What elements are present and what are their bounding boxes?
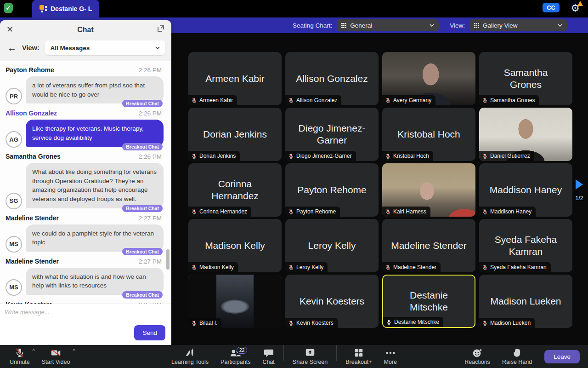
mic-muted-icon [288,98,294,104]
participant-name-label: Madeline Stender [382,262,441,272]
seating-chart-dropdown[interactable]: General [337,19,439,31]
chat-header: ✕ Chat ← View: All Messages [0,20,171,61]
message-sender: Payton Rehome [6,66,54,74]
chat-message: Allison Gonzalez2:26 PMAGLike therapy fo… [0,106,171,150]
participant-name-label: Corinna Hernandez [188,207,251,217]
reactions-button[interactable]: Reactions [458,345,496,368]
participant-tile[interactable]: Kevin KoestersKevin Koesters [285,275,379,328]
raise-hand-icon [512,348,522,358]
message-bubble: we could do a pamphlet style for the vet… [26,224,164,252]
participant-tile[interactable]: Avery Germany [382,52,475,105]
mic-muted-icon [482,264,488,270]
mic-muted-icon [482,98,488,104]
participant-tile[interactable]: Kristobal HochKristobal Hoch [382,108,475,161]
participant-name-label: Daniel Gutierrez [479,151,534,161]
leave-button[interactable]: Leave [544,350,580,363]
participant-tile[interactable]: Allison GonzalezAllison Gonzalez [285,52,379,105]
share-screen-button[interactable]: Share Screen [287,345,334,368]
settings-gear-icon[interactable]: ⚙ [569,2,582,15]
mic-muted-icon [191,264,197,270]
avatar: SG [6,193,22,209]
chat-input-area: Send [0,304,171,345]
chevron-down-icon [558,23,562,28]
message-time: 2:27 PM [139,258,162,265]
chat-button[interactable]: Chat [256,345,280,368]
close-icon[interactable]: ✕ [6,25,13,34]
participant-tile[interactable]: Armeen KabirArmeen Kabir [188,52,282,105]
alert-badge-icon [577,1,583,6]
more-button[interactable]: More [378,345,403,368]
mic-options-caret[interactable]: ^ [33,348,35,353]
video-options-caret[interactable]: ^ [73,348,75,353]
back-arrow-icon[interactable]: ← [7,43,17,53]
apps-grid-icon [40,5,47,12]
participant-name-label: Madison Lueken [479,318,535,328]
participant-name-label: Payton Rehome [285,207,340,217]
breakout-chat-badge: Breakout Chat [122,291,163,299]
participant-name-label: Kristobal Hoch [382,151,433,161]
participant-name-label: Armeen Kabir [188,95,237,105]
chat-message: Payton Rehome2:26 PMPRa lot of veterans … [0,63,171,106]
unmute-button[interactable]: ^ Unmute [4,345,36,368]
breakout-button[interactable]: Breakout+ [339,345,378,368]
participant-tile[interactable]: Dorian JenkinsDorian Jenkins [188,108,282,161]
send-button[interactable]: Send [134,325,165,340]
participant-tile[interactable]: Syeda Fakeha KamranSyeda Fakeha Kamran [479,219,572,272]
participant-name-label: Dorian Jenkins [188,151,240,161]
breakout-grid-icon [354,348,364,358]
mic-muted-icon [191,98,197,104]
chat-view-label: View: [22,44,40,52]
window-tab-bar: ✓ Destanie G- L CC ⚙ [0,0,588,17]
avatar: PR [6,88,22,104]
mic-on-icon [386,319,392,325]
participant-tile[interactable]: Samantha GronesSamantha Grones [479,52,572,105]
message-time: 2:26 PM [139,110,162,117]
participants-button[interactable]: 22 Participants [215,345,256,368]
participant-tile[interactable]: Corinna HernandezCorinna Hernandez [188,163,282,217]
participant-tile[interactable]: Madison KellyMadison Kelly [188,219,282,272]
chat-panel: ✕ Chat ← View: All Messages Payton Rehom… [0,20,171,345]
participant-tile[interactable]: Leroy KellyLeroy Kelly [285,219,379,272]
participant-tile[interactable]: Diego Jimenez-GarnerDiego Jimenez-Garner [285,108,379,161]
message-time: 2:26 PM [139,153,162,160]
raise-hand-button[interactable]: Raise Hand [496,345,538,368]
mic-muted-icon [288,153,294,159]
camera-off-icon [51,348,62,358]
mic-muted-icon [288,320,294,326]
message-time: 2:26 PM [139,67,162,74]
participant-name-label: Bilaal I. [188,318,221,328]
chat-message-list: Payton Rehome2:26 PMPRa lot of veterans … [0,61,171,304]
chevron-down-icon [430,23,434,28]
participant-tile[interactable]: Madison LuekenMadison Lueken [479,275,572,328]
popout-icon[interactable] [157,25,164,34]
participant-tile[interactable]: Maddison HaneyMaddison Haney [479,163,572,217]
more-dots-icon [385,348,396,358]
message-bubble: What about like doing something for vete… [26,163,164,208]
participant-name-label: Avery Germany [382,95,435,105]
participant-name-label: Destanie Mitschke [383,317,443,327]
learning-tools-icon [185,348,196,358]
view-dropdown[interactable]: Gallery View [469,19,567,31]
next-page-button[interactable] [576,179,583,190]
participant-tile[interactable]: Daniel Gutierrez [479,108,572,161]
chat-scrollbar[interactable] [166,249,170,270]
video-gallery: Armeen KabirArmeen KabirAllison Gonzalez… [171,33,588,345]
closed-captions-button[interactable]: CC [543,3,560,12]
start-video-button[interactable]: ^ Start Video [36,345,76,368]
avatar: MS [6,236,22,253]
chat-message: Madeline Stender2:27 PMMSwe could do a p… [0,211,171,254]
mic-muted-icon [385,153,391,159]
participant-tile[interactable]: Destanie MitschkeDestanie Mitschke [382,275,475,328]
participant-tile[interactable]: Kairi Harness [382,163,475,217]
participant-name-label: Samantha Grones [479,95,539,105]
learning-tools-button[interactable]: Learning Tools [165,345,215,368]
participant-tile[interactable]: Bilaal I. [188,275,282,328]
meeting-tab[interactable]: Destanie G- L [32,0,99,17]
chat-filter-dropdown[interactable]: All Messages [45,40,165,55]
participant-tile[interactable]: Payton RehomePayton Rehome [285,163,379,217]
seating-chart-value: General [350,22,372,29]
participant-tile[interactable]: Madeline StenderMadeline Stender [382,219,475,272]
message-sender: Allison Gonzalez [6,109,57,117]
mic-muted-icon [385,209,391,215]
message-input[interactable] [4,308,167,316]
